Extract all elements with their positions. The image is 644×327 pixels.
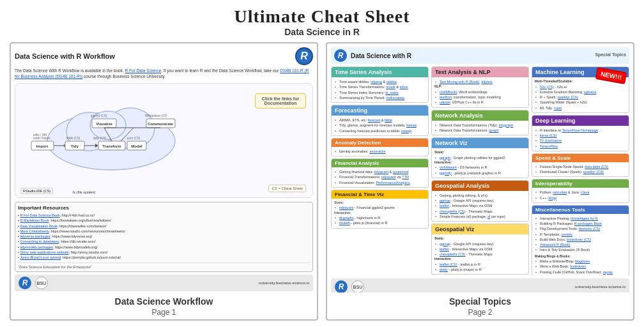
cheatsheets-link[interactable]: More Cheatsheets bbox=[20, 229, 49, 233]
tq-viz-link[interactable]: tidyquant bbox=[339, 206, 353, 209]
ir-item: • More Cheatsheets: https://www.rstudio.… bbox=[18, 229, 310, 234]
purrr-link[interactable]: Jenny Bryan's purr tutorial bbox=[20, 255, 61, 259]
tf-est-link[interactable]: TF Estimators bbox=[540, 139, 562, 142]
financial-viz-content: Static: tidyquant - Financial ggplot2 ge… bbox=[334, 201, 425, 226]
rjava-link[interactable]: rJava bbox=[581, 190, 589, 194]
reprex-link[interactable]: reprex bbox=[602, 270, 613, 274]
ggmap-link[interactable]: ggmap bbox=[440, 199, 450, 202]
text-nlp-content: Text Mining with R (Book): tidytext NLP:… bbox=[434, 79, 526, 105]
h2o-link[interactable]: h2o (CS) bbox=[540, 85, 554, 89]
rcpp-link[interactable]: Rcpp bbox=[548, 196, 556, 200]
ggmap2-link[interactable]: ggmap bbox=[440, 242, 450, 246]
db-link[interactable]: Connecting to databases bbox=[20, 240, 59, 243]
p1-header: Data Science with R Workflow R bbox=[15, 47, 313, 65]
ggplotly-link[interactable]: ggplotly bbox=[440, 171, 452, 175]
timetk-link[interactable]: timetk bbox=[386, 85, 395, 89]
cs-note: CS = Cheat Sheet bbox=[268, 185, 306, 192]
page-2-content: R Data Science with R Special Topics Tim… bbox=[327, 43, 633, 293]
textrnn-link[interactable]: textRnn bbox=[440, 95, 452, 99]
sweep2-link[interactable]: sweep bbox=[401, 129, 411, 133]
tidyverse-link[interactable]: tidyverse packages bbox=[20, 234, 50, 238]
choroplethr-link[interactable]: choroplethr (CS) bbox=[440, 209, 465, 213]
rmarkdown-link[interactable]: R Markdown Book bbox=[20, 218, 49, 222]
tq-link[interactable]: tidyquant bbox=[381, 175, 395, 179]
devtools-link[interactable]: devtools (CS) bbox=[579, 227, 600, 231]
network-viz-section: Network Viz Static: ggraph - Graph plott… bbox=[431, 137, 529, 178]
ir-item: • Connecting to databases: https://db.rs… bbox=[18, 239, 310, 244]
deep-learning-section: Deep Learning R Interface to TensorFlow … bbox=[532, 115, 629, 151]
network-viz-content: Static: ggraph - Graph plotting utilitie… bbox=[434, 150, 526, 176]
tf-homepage-link[interactable]: TensorFlow Homepage bbox=[562, 128, 598, 132]
forecasting-content: ARIMA, ETS, etc: forecast & fable Tidy, … bbox=[334, 118, 425, 133]
sweep-link[interactable]: sweep bbox=[406, 123, 417, 127]
footer-url-1: university.business-science.io bbox=[259, 281, 309, 285]
rsam-link[interactable]: rsam bbox=[554, 106, 562, 110]
keras-link[interactable]: keras (CS) bbox=[540, 133, 556, 137]
tidytext-link[interactable]: tidytext bbox=[481, 80, 492, 84]
plotly-link[interactable]: plotly bbox=[440, 268, 448, 271]
sparklyr2-link[interactable]: sparklyr (CS) bbox=[583, 170, 604, 174]
udpipe-link[interactable]: udpipe bbox=[440, 100, 450, 104]
tkindex-link[interactable]: tk_index bbox=[385, 91, 399, 95]
reticulate-link[interactable]: reticulate bbox=[553, 190, 567, 194]
bookdown-link[interactable]: bookdown (CS) bbox=[567, 238, 591, 241]
htmlwidgets-link[interactable]: htmlwidgets for R bbox=[571, 217, 598, 220]
dataviz-link[interactable]: Data Visualization Book bbox=[20, 224, 57, 228]
forecasting-section: Forecasting ARIMA, ETS, etc: forecast & … bbox=[331, 105, 429, 136]
page-2-sublabel: Page 2 bbox=[327, 308, 633, 319]
ttr-link[interactable]: TTR bbox=[402, 175, 409, 179]
datatable-link[interactable]: data.table (CS) bbox=[585, 165, 608, 169]
quantmod-link[interactable]: quantmod bbox=[393, 170, 408, 174]
bookdown2-link[interactable]: bookdown bbox=[570, 264, 586, 268]
geospatial-analysis-header: Geospatial Analysis bbox=[432, 181, 528, 191]
rpkgs-link[interactable]: R packages Book bbox=[574, 222, 602, 225]
trelliscopejs-link[interactable]: trelliscopejs bbox=[386, 96, 404, 100]
sparklyr-link[interactable]: sparklyr (CS) bbox=[558, 95, 578, 99]
leaflet3-link[interactable]: leaflet (CS) bbox=[440, 262, 457, 266]
ir-quote: "Data Science Education for the Enterpri… bbox=[18, 262, 310, 269]
forecast-link[interactable]: forecast bbox=[368, 118, 381, 122]
svg-text:tibble (CS): tibble (CS) bbox=[66, 137, 80, 140]
geospatial-viz-header: Geospatial Viz bbox=[432, 224, 528, 234]
tidymodels-link[interactable]: tidymodels packages bbox=[20, 245, 52, 249]
tidyquant-link[interactable]: tidyquant bbox=[374, 170, 388, 174]
shiny-link[interactable]: Shiny web applications website bbox=[20, 250, 68, 254]
anomalize-link[interactable]: anomalize bbox=[369, 149, 385, 153]
r4ds-book-link[interactable]: R For Data Science Book bbox=[20, 213, 59, 217]
misc-tools-section: Miscellaneous Tools Interactive Plotting… bbox=[532, 205, 629, 276]
r2d3-link[interactable]: r2d3(Book) bbox=[440, 90, 457, 94]
ggraph-link[interactable]: ggraph bbox=[440, 156, 450, 160]
xgboost-link[interactable]: xgboost bbox=[584, 90, 596, 94]
fable-link[interactable]: fable bbox=[385, 118, 392, 122]
tsibble-link[interactable]: tsibble bbox=[387, 80, 397, 84]
p1-description: The Data Science With R Workflow is avai… bbox=[15, 68, 313, 79]
special-topics-label: Special Topics bbox=[595, 52, 627, 57]
p2-col2: Text Analysis & NLP Text Mining with R (… bbox=[431, 66, 529, 276]
p1-section-title: Data Science with R Workflow bbox=[15, 52, 115, 60]
rbokeh-link[interactable]: rbokeh bbox=[339, 221, 350, 225]
blogdown-link[interactable]: blogdown bbox=[575, 259, 590, 263]
financial-viz-header: Financial & Time Viz bbox=[332, 190, 428, 199]
ir-item: • tidymodels packages: https://www.tidym… bbox=[18, 245, 310, 250]
svg-text:purrr (CS): purrr (CS) bbox=[127, 137, 141, 140]
p1-footer: R BSU university.business-science.io bbox=[15, 275, 313, 291]
tsbox-link[interactable]: tsbox bbox=[400, 85, 408, 89]
visnetwork-link[interactable]: visNetwork bbox=[440, 165, 457, 169]
tensorflow-link[interactable]: TensorFlow bbox=[540, 144, 558, 148]
usethis-link[interactable]: usethis bbox=[562, 232, 572, 236]
anomaly-section: Anomaly Detection Identity anomalies: an… bbox=[331, 138, 429, 156]
page-1-label: Data Science Workflow bbox=[11, 293, 317, 308]
choroplethr2-link[interactable]: choroplethr (CS) bbox=[440, 252, 465, 256]
course-link[interactable]: DS4B 101-R (R for Business Analysis (DS4… bbox=[15, 68, 309, 79]
tidyeng-link[interactable]: tidyeng bbox=[371, 80, 382, 84]
dygraphs-link[interactable]: dygraphs bbox=[339, 216, 354, 220]
sf-link[interactable]: sf bbox=[487, 215, 490, 218]
r4ds-link[interactable]: R For Data Science bbox=[125, 68, 162, 73]
tidygraph-link[interactable]: tidygraph bbox=[499, 123, 514, 127]
igraph-link[interactable]: igraph bbox=[489, 128, 498, 132]
tidytext-book-link[interactable]: Text Mining with R (Book) bbox=[440, 80, 479, 84]
leaflet2-link[interactable]: leaflet bbox=[440, 247, 449, 251]
leaflet-link[interactable]: leaflet bbox=[440, 204, 449, 208]
advancedr-link[interactable]: Advanced R (Book) bbox=[540, 243, 571, 247]
perfanalytics-link[interactable]: PerformanceAnalytics bbox=[376, 181, 410, 185]
